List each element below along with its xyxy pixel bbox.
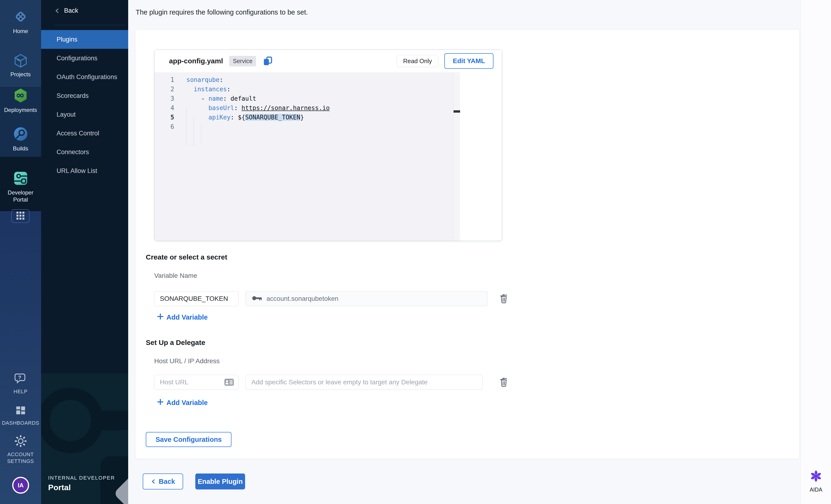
developer-portal-sliders-icon	[13, 171, 28, 187]
delete-variable-button[interactable]	[499, 293, 508, 304]
editor-scrollbar-thumb[interactable]	[454, 110, 460, 113]
user-avatar[interactable]: IA	[12, 477, 29, 494]
sidebar-item-layout[interactable]: Layout	[41, 105, 128, 124]
add-variable-link-secret[interactable]: Add Variable	[157, 313, 208, 322]
artwork-connector	[97, 411, 128, 430]
input-type-card-icon[interactable]	[224, 378, 234, 386]
aida-assistant-button[interactable]: AIDA	[801, 469, 831, 493]
app-root: Home Projects Deployments Builds Develop	[0, 0, 831, 504]
gear-icon	[14, 435, 27, 449]
back-label: Back	[64, 7, 78, 14]
line-number: 1	[154, 75, 174, 85]
trash-icon	[499, 377, 508, 388]
chevron-left-icon	[151, 479, 156, 484]
brand-line-2: Portal	[48, 483, 115, 492]
key-icon	[252, 295, 263, 302]
rail-item-label: Deployments	[4, 107, 37, 114]
code-line-2: 2 instances:	[154, 85, 454, 94]
sidebar-item-plugins[interactable]: Plugins	[41, 30, 128, 49]
rail-item-account-settings[interactable]: ACCOUNT SETTINGS	[0, 435, 41, 465]
sidebar-item-connectors[interactable]: Connectors	[41, 143, 128, 161]
right-rail: AIDA	[801, 0, 831, 504]
chevron-left-icon	[54, 8, 60, 14]
brand-line-1: INTERNAL DEVELOPER	[48, 475, 115, 481]
code-text: baseUrl: https://sonar.harness.io	[187, 103, 330, 113]
line-number-active: 5	[154, 113, 174, 122]
home-icon	[13, 9, 28, 25]
rail-item-label: ACCOUNT SETTINGS	[5, 451, 36, 465]
code-text: - name: default	[187, 94, 256, 103]
configuration-panel: app-config.yaml Service Read Only Edit Y…	[135, 30, 800, 459]
sidebar-item-url-allow-list[interactable]: URL Allow List	[41, 161, 128, 180]
yaml-editor[interactable]: 1 sonarqube: 2 instances: 3 - name: defa…	[154, 72, 454, 241]
rail-item-home[interactable]: Home	[0, 9, 41, 35]
delete-delegate-row-button[interactable]	[499, 377, 508, 388]
plus-icon	[157, 398, 164, 407]
secret-section-title: Create or select a secret	[146, 253, 227, 261]
add-variable-link-delegate[interactable]: Add Variable	[157, 398, 208, 407]
sidebar-back-button[interactable]: Back	[54, 7, 78, 14]
delegate-section-title: Set Up a Delegate	[146, 338, 205, 347]
back-button-label: Back	[159, 478, 175, 485]
rail-item-projects[interactable]: Projects	[0, 53, 41, 78]
rail-item-developer-portal[interactable]: Developer Portal	[0, 171, 41, 203]
idp-brand: INTERNAL DEVELOPER Portal	[48, 475, 115, 492]
variable-name-input[interactable]	[154, 291, 238, 306]
editor-scrollbar-track	[454, 72, 460, 241]
sidebar-item-scorecards[interactable]: Scorecards	[41, 86, 128, 105]
aida-flower-icon	[809, 469, 823, 484]
read-only-button[interactable]: Read Only	[397, 55, 438, 67]
rail-item-dashboards[interactable]: DASHBOARDS	[0, 405, 41, 426]
copy-icon[interactable]	[262, 56, 273, 66]
builds-icon	[13, 126, 28, 143]
sidebar-item-configurations[interactable]: Configurations	[41, 49, 128, 67]
yaml-filename: app-config.yaml	[169, 57, 223, 65]
code-text: apiKey: ${SONARQUBE_TOKEN}	[187, 113, 304, 122]
rail-item-help[interactable]: ? HELP	[0, 373, 41, 395]
aida-label: AIDA	[810, 486, 822, 493]
settings-sidebar: Back Plugins Configurations OAuth Config…	[41, 0, 128, 504]
code-line-5: 5 apiKey: ${SONARQUBE_TOKEN}	[154, 113, 454, 122]
code-line-6: 6	[154, 122, 454, 131]
host-url-label: Host URL / IP Address	[154, 357, 220, 365]
rail-item-label: Home	[13, 28, 28, 35]
token-highlight: SONARQUBE_TOKEN	[245, 114, 300, 121]
secret-selector-field[interactable]: account.sonarqubetoken	[246, 291, 487, 306]
yaml-card: app-config.yaml Service Read Only Edit Y…	[154, 50, 502, 241]
module-switcher-button[interactable]	[11, 209, 30, 223]
indent-guide	[194, 116, 194, 146]
add-variable-label: Add Variable	[166, 399, 208, 407]
rail-item-deployments[interactable]: Deployments	[0, 88, 41, 114]
deployments-infinity-icon	[13, 88, 28, 104]
secret-row: account.sonarqubetoken	[154, 291, 508, 306]
cube-icon	[13, 53, 28, 68]
rail-item-label: Developer Portal	[6, 189, 35, 203]
code-text: instances:	[187, 85, 231, 94]
base-url-value: https://sonar.harness.io	[241, 105, 330, 112]
rail-item-label: HELP	[13, 388, 27, 395]
code-line-4: 4 baseUrl: https://sonar.harness.io	[154, 103, 454, 113]
line-number: 3	[154, 94, 174, 103]
code-line-3: 3 - name: default	[154, 94, 454, 103]
enable-plugin-button[interactable]: Enable Plugin	[195, 474, 245, 490]
secret-reference-value: account.sonarqubetoken	[266, 295, 339, 302]
line-number: 6	[154, 122, 174, 131]
delegate-selectors-input[interactable]	[246, 375, 483, 390]
code-line-1: 1 sonarqube:	[154, 75, 454, 85]
svg-text:?: ?	[18, 375, 21, 380]
rail-item-label: Builds	[13, 145, 28, 152]
rail-item-label: Projects	[10, 71, 31, 78]
rail-item-label: DASHBOARDS	[2, 419, 39, 426]
artwork-ring	[41, 388, 103, 453]
save-configurations-button[interactable]: Save Configurations	[146, 432, 231, 447]
back-button[interactable]: Back	[143, 474, 183, 490]
rail-item-builds[interactable]: Builds	[0, 126, 41, 152]
edit-yaml-button[interactable]: Edit YAML	[445, 53, 493, 69]
sidebar-item-oauth-configurations[interactable]: OAuth Configurations	[41, 67, 128, 86]
indent-guide	[201, 126, 201, 144]
service-badge: Service	[229, 56, 256, 66]
plus-icon	[157, 313, 164, 322]
help-chat-icon: ?	[14, 373, 27, 386]
sidebar-item-access-control[interactable]: Access Control	[41, 124, 128, 143]
host-url-wrap	[154, 375, 238, 390]
